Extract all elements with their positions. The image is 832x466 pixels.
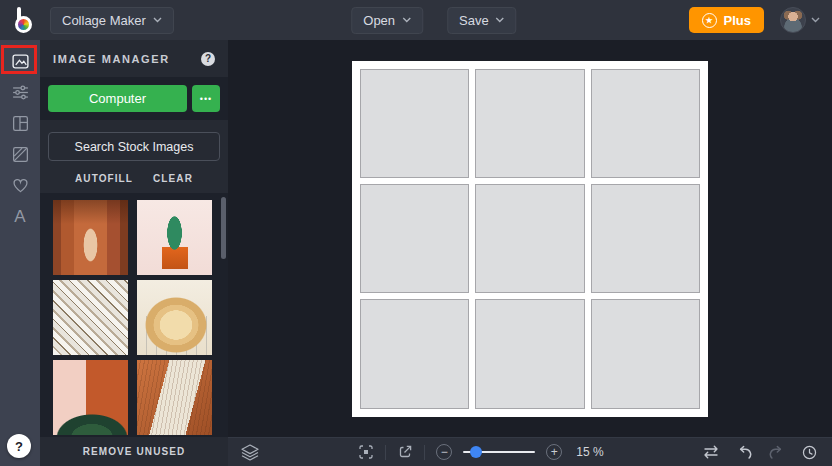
collage-cell[interactable] [475, 184, 584, 293]
tool-rail: A ? [0, 40, 40, 466]
collage-cell[interactable] [591, 299, 700, 408]
workspace: − + 15 % [228, 40, 832, 466]
fit-to-screen-icon [358, 444, 374, 460]
layers-icon [240, 443, 260, 461]
clear-link[interactable]: CLEAR [153, 173, 193, 184]
open-button[interactable]: Open [351, 7, 423, 34]
zoom-controls: − + 15 % [358, 444, 603, 460]
bottom-toolbar: − + 15 % [228, 437, 832, 466]
account-menu[interactable] [780, 7, 820, 33]
fit-to-screen-button[interactable] [358, 444, 374, 460]
rail-item-image-manager[interactable] [0, 46, 40, 77]
canvas-wrapper [228, 40, 832, 437]
redo-icon [769, 445, 784, 460]
chevron-down-icon [153, 17, 162, 23]
rail-item-text[interactable]: A [0, 201, 40, 232]
remove-unused-link[interactable]: REMOVE UNUSED [83, 446, 186, 457]
star-badge-icon: ★ [702, 13, 717, 28]
collage-cell[interactable] [360, 69, 469, 178]
rail-item-edit[interactable] [0, 77, 40, 108]
save-label: Save [459, 13, 489, 28]
rail-item-layouts[interactable] [0, 108, 40, 139]
export-arrow-icon [397, 444, 413, 460]
scrollbar[interactable] [221, 197, 226, 259]
image-manager-icon [11, 52, 30, 71]
history-button[interactable] [801, 444, 818, 461]
search-stock-images-button[interactable]: Search Stock Images [48, 132, 220, 161]
zoom-slider[interactable] [463, 451, 535, 453]
undo-button[interactable] [737, 445, 752, 460]
redo-button[interactable] [769, 445, 784, 460]
compare-button[interactable] [702, 444, 720, 460]
collage-cell[interactable] [591, 184, 700, 293]
clock-history-icon [801, 444, 818, 461]
swap-arrows-icon [702, 444, 720, 460]
thumbnail-pastry-on-cooling-rack[interactable] [137, 280, 212, 355]
upload-button-row: Computer ••• [40, 77, 228, 120]
panel-help-icon[interactable]: ? [201, 52, 215, 66]
remove-unused-row: REMOVE UNUSED [40, 437, 228, 466]
thumbnail-open-book-on-orange-fabric[interactable] [137, 360, 212, 435]
thumbnail-pink-orange-wall-with-plant[interactable] [53, 360, 128, 435]
text-icon: A [14, 208, 25, 225]
thumbnail-cactus-in-orange-pot[interactable] [137, 200, 212, 275]
divider [424, 445, 425, 460]
favorites-heart-icon [11, 176, 30, 195]
panel-header: IMAGE MANAGER ? [40, 40, 228, 77]
plus-label: Plus [724, 13, 751, 28]
top-bar: Collage Maker Open Save ★ Plus [0, 0, 832, 40]
graphics-icon [11, 145, 30, 164]
divider [385, 445, 386, 460]
more-sources-button[interactable]: ••• [192, 85, 220, 112]
history-controls [702, 444, 820, 461]
computer-upload-button[interactable]: Computer [48, 85, 187, 112]
help-button[interactable]: ? [7, 434, 31, 458]
open-label: Open [363, 13, 395, 28]
rail-item-favorites[interactable] [0, 170, 40, 201]
chevron-down-icon [402, 17, 411, 23]
zoom-out-button[interactable]: − [436, 444, 452, 460]
autofill-clear-row: AUTOFILL CLEAR [40, 161, 228, 193]
edit-adjust-icon [11, 83, 30, 102]
file-actions: Open Save [351, 7, 516, 34]
collage-cell[interactable] [591, 69, 700, 178]
app-switcher-button[interactable]: Collage Maker [50, 7, 174, 34]
chevron-down-icon [496, 17, 505, 23]
befunky-logo[interactable] [14, 6, 38, 34]
zoom-slider-knob[interactable] [470, 446, 482, 458]
app-title: Collage Maker [62, 13, 146, 28]
plus-upgrade-button[interactable]: ★ Plus [689, 7, 764, 33]
thumbnail-terracotta-hallway[interactable] [53, 200, 128, 275]
collage-canvas [352, 61, 708, 417]
collage-cell[interactable] [360, 184, 469, 293]
collage-cell[interactable] [360, 299, 469, 408]
export-preview-button[interactable] [397, 444, 413, 460]
zoom-percent-label: 15 % [576, 445, 603, 459]
rail-item-graphics[interactable] [0, 139, 40, 170]
panel-title: IMAGE MANAGER [53, 53, 170, 65]
undo-icon [737, 445, 752, 460]
thumbnail-white-village-rooftops[interactable] [53, 280, 128, 355]
logo-color-wheel [15, 16, 32, 33]
autofill-link[interactable]: AUTOFILL [75, 173, 133, 184]
thumbnail-grid [40, 193, 228, 437]
layouts-icon [11, 114, 30, 133]
main-area: A ? IMAGE MANAGER ? Computer ••• Search … [0, 40, 832, 466]
save-button[interactable]: Save [447, 7, 517, 34]
collage-cell[interactable] [475, 299, 584, 408]
image-manager-panel: IMAGE MANAGER ? Computer ••• Search Stoc… [40, 40, 228, 466]
layers-button[interactable] [240, 443, 260, 461]
chevron-down-icon [811, 17, 820, 23]
collage-cell[interactable] [475, 69, 584, 178]
zoom-in-button[interactable]: + [546, 444, 562, 460]
avatar [780, 7, 806, 33]
